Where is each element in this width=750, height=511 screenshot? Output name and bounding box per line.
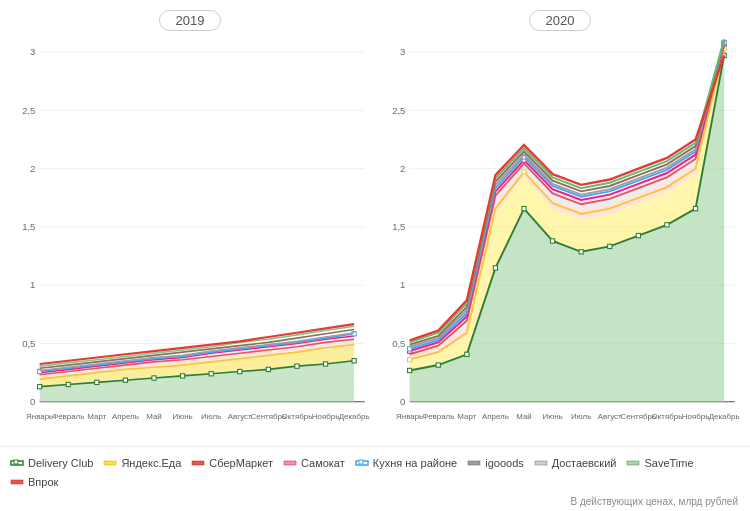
chart-2019-svg: 3 2,5 2 1,5 1 0,5 0 Январь Февраль Март … [10,36,370,446]
svg-text:Июль: Июль [571,412,591,421]
svg-text:Август: Август [598,412,622,421]
svg-rect-99 [192,461,204,465]
svg-text:1: 1 [400,279,405,290]
svg-text:1: 1 [30,279,35,290]
charts-row: 2019 3 2,5 2 1,5 1 0,5 [0,0,750,446]
legend-item-vprok: Впрок [10,475,58,489]
svg-rect-38 [266,367,270,371]
sber-icon [191,456,205,470]
svg-text:0,5: 0,5 [22,338,35,349]
svg-rect-40 [323,362,327,366]
delivery-club-label: Delivery Club [28,457,93,469]
svg-text:Октябрь: Октябрь [282,412,313,421]
svg-rect-75 [408,368,412,372]
svg-text:1,5: 1,5 [392,221,405,232]
savetime-label: SaveTime [644,457,693,469]
svg-rect-78 [493,266,497,270]
svg-rect-32 [95,380,99,384]
svg-rect-88 [522,170,526,174]
main-container: 2019 3 2,5 2 1,5 1 0,5 [0,0,750,511]
svg-rect-103 [468,461,480,465]
svg-text:Май: Май [516,412,532,421]
svg-rect-106 [11,480,23,484]
svg-text:2: 2 [30,163,35,174]
legend-item-igooods: igooods [467,456,524,470]
svg-rect-80 [550,239,554,243]
chart-2020-svg: 3 2,5 2 1,5 1 0,5 0 Январь Февраль Март … [380,36,740,446]
legend-item-samokat: Самокат [283,456,345,470]
svg-text:Июнь: Июнь [173,412,193,421]
svg-text:2: 2 [400,163,405,174]
dostaevsky-icon [534,456,548,470]
svg-rect-100 [284,461,296,465]
svg-rect-39 [295,364,299,368]
svg-rect-97 [14,460,18,464]
legend-item-delivery-club: Delivery Club [10,456,93,470]
igooods-label: igooods [485,457,524,469]
svg-text:3: 3 [30,46,35,57]
svg-rect-105 [627,461,639,465]
chart-2019-area: 3 2,5 2 1,5 1 0,5 0 Январь Февраль Март … [10,36,370,446]
igooods-icon [467,456,481,470]
yandex-label: Яндекс.Еда [121,457,181,469]
svg-rect-76 [436,363,440,367]
chart-2020-area: 3 2,5 2 1,5 1 0,5 0 Январь Февраль Март … [380,36,740,446]
legend-row: Delivery Club Яндекс.Еда СберМаркет [0,446,750,511]
kuhnya-icon [355,456,369,470]
legend-item-kuhnya: Кухня на районе [355,456,457,470]
svg-rect-41 [352,359,356,363]
svg-text:Март: Март [457,412,476,421]
svg-rect-85 [693,206,697,210]
svg-text:Ноябрь: Ноябрь [312,412,340,421]
svg-rect-36 [209,372,213,376]
svg-rect-33 [123,378,127,382]
savetime-icon [626,456,640,470]
svg-rect-82 [608,244,612,248]
legend-area: Delivery Club Яндекс.Еда СберМаркет [0,446,750,496]
chart-2020-title: 2020 [529,10,592,31]
svg-rect-30 [38,385,42,389]
svg-rect-84 [665,223,669,227]
svg-rect-93 [408,347,412,351]
vprok-label: Впрок [28,476,58,488]
svg-rect-35 [180,374,184,378]
svg-text:Апрель: Апрель [482,412,509,421]
svg-text:Январь: Январь [396,412,423,421]
svg-rect-31 [66,382,70,386]
chart-note: В действующих ценах, млрд рублей [0,496,750,511]
svg-rect-77 [465,352,469,356]
samokat-icon [283,456,297,470]
vprok-icon [10,475,24,489]
svg-text:Январь: Январь [26,412,53,421]
yandex-icon [103,456,117,470]
sber-label: СберМаркет [209,457,273,469]
svg-rect-83 [636,233,640,237]
legend-item-yandex: Яндекс.Еда [103,456,181,470]
dostaevsky-label: Достаевский [552,457,617,469]
svg-text:Август: Август [228,412,252,421]
svg-text:2,5: 2,5 [392,105,405,116]
legend-item-sber: СберМаркет [191,456,273,470]
svg-text:Июнь: Июнь [543,412,563,421]
svg-text:3: 3 [400,46,405,57]
svg-text:Июль: Июль [201,412,221,421]
kuhnya-label: Кухня на районе [373,457,457,469]
svg-text:0: 0 [400,396,405,407]
svg-text:Ноябрь: Ноябрь [682,412,710,421]
svg-rect-87 [408,358,412,362]
svg-text:Апрель: Апрель [112,412,139,421]
chart-2020: 2020 3 2,5 2 1,5 1 0,5 [380,10,740,446]
svg-text:Декабрь: Декабрь [339,412,370,421]
legend-item-dostaevsky: Достаевский [534,456,617,470]
chart-2019-title: 2019 [159,10,222,31]
svg-rect-81 [579,250,583,254]
svg-text:2,5: 2,5 [22,105,35,116]
svg-rect-102 [359,460,363,464]
svg-rect-104 [535,461,547,465]
samokat-label: Самокат [301,457,345,469]
svg-text:Март: Март [87,412,106,421]
svg-text:Февраль: Февраль [422,412,454,421]
svg-text:Февраль: Февраль [52,412,84,421]
svg-text:1,5: 1,5 [22,221,35,232]
svg-text:Декабрь: Декабрь [709,412,740,421]
